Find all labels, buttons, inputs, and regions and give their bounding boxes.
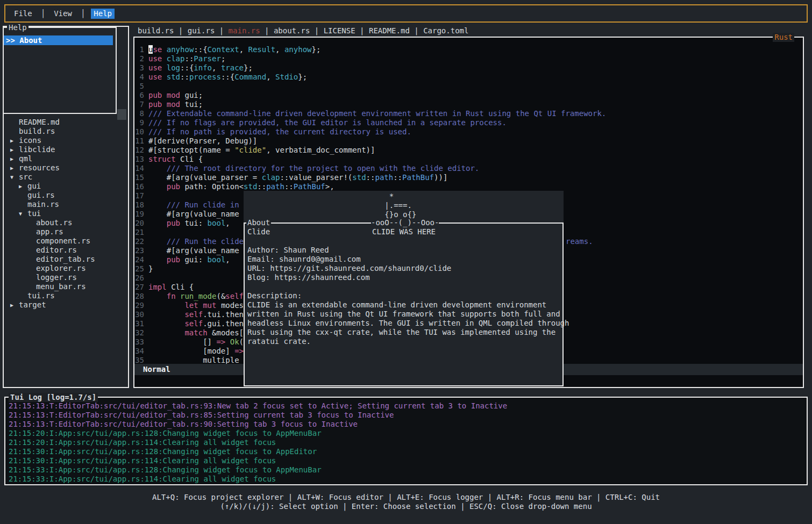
tab-readme-md[interactable]: README.md [369,26,410,35]
code-line-9[interactable]: 9/// If no flags are provided, the GUI e… [135,118,803,127]
tree-item-qml[interactable]: ▶qml [4,154,128,163]
code-line-15[interactable]: 15 #[arg(value_parser = clap::value_pars… [135,173,803,182]
code-token: #[arg(value_parser = [148,173,262,182]
code-text: /// If no path is provided, the current … [148,127,411,137]
tree-item-icons[interactable]: ▶icons [4,136,128,145]
tree-item-about-rs[interactable]: about.rs [4,218,128,227]
code-token [225,338,230,346]
code-line-11[interactable]: 11#[derive(Parser, Debug)] [135,137,803,146]
tab-cargo-toml[interactable]: Cargo.toml [423,26,468,35]
tree-item-target[interactable]: ▶target [4,300,128,310]
tree-item-gui[interactable]: ▶gui [4,182,128,191]
tab-license[interactable]: LICENSE [324,26,355,35]
tree-item-label: libclide [19,145,55,154]
tree-indent [27,282,36,291]
code-line-14[interactable]: 14 /// The root directory for the projec… [135,164,803,173]
tree-item-gui-rs[interactable]: gui.rs [4,191,128,200]
tree-item-resources[interactable]: ▶resources [4,163,128,173]
tree-item-explorer-rs[interactable]: explorer.rs [4,264,128,273]
folder-collapsed-icon[interactable]: ▶ [10,154,19,163]
folder-collapsed-icon[interactable]: ▶ [10,136,19,145]
tab-main-rs[interactable]: main.rs [229,26,260,35]
code-token: #[arg(value_name = [148,210,248,218]
code-line-6[interactable]: 6pub mod gui; [135,91,803,100]
code-token: [mode] [148,347,234,355]
code-token: clap [167,54,185,63]
folder-collapsed-icon[interactable]: ▶ [10,300,19,310]
tree-item-app-rs[interactable]: app.rs [4,227,128,236]
tab-gui-rs[interactable]: gui.rs [188,26,215,35]
menu-item-view[interactable]: View [51,9,75,19]
code-token: Cli { [176,155,203,163]
folder-expanded-icon[interactable]: ▼ [10,173,19,182]
menu-item-about[interactable]: >> About [4,35,113,45]
code-text: #[arg(value_parser = clap::value_parser!… [148,173,447,182]
tab-separator: | [355,26,369,35]
tree-item-editor-rs[interactable]: editor.rs [4,246,128,255]
code-text: use log::{info, trace}; [148,63,253,73]
folder-collapsed-icon[interactable]: ▶ [10,163,19,173]
tree-indent [10,118,19,127]
about-ascii-art: * |.===. {}o o{} [371,192,416,219]
code-token: .tui.then( [203,310,248,319]
code-line-10[interactable]: 10/// If no path is provided, the curren… [135,127,803,137]
code-line-1[interactable]: 1use anyhow::{Context, Result, anyhow}; [135,45,803,54]
code-token: bool [208,255,226,264]
tree-item-component-rs[interactable]: component.rs [4,236,128,246]
code-line-7[interactable]: 7pub mod tui; [135,100,803,109]
line-number: 8 [135,109,144,118]
explorer-scrollbar-thumb[interactable] [117,109,126,120]
menu-separator: │ [81,9,85,18]
code-token: pub [167,219,180,227]
code-text: fn run_mode(&self) [148,292,248,301]
code-token: mut [203,301,216,310]
tree-item-main-rs[interactable]: main.rs [4,200,128,209]
code-line-13[interactable]: 13struct Cli { [135,155,803,164]
code-token: /// Extendable command-line driven devel… [148,109,606,118]
code-line-tail: reams. [566,237,593,246]
code-token: info [194,63,212,72]
menu-bar: File│View│Help [4,4,808,23]
tree-item-build-rs[interactable]: build.rs [4,127,128,136]
code-line-3[interactable]: 3use log::{info, trace}; [135,63,803,73]
tab-build-rs[interactable]: build.rs [138,26,174,35]
menu-item-file[interactable]: File [11,9,35,19]
tree-indent [27,246,36,255]
tree-item-libclide[interactable]: ▶libclide [4,145,128,154]
folder-expanded-icon[interactable]: ▼ [19,209,27,218]
tab-about-rs[interactable]: about.rs [274,26,310,35]
code-text: struct Cli { [148,155,203,164]
code-token: trace [221,63,244,72]
code-line-12[interactable]: 12#[structopt(name = "clide", verbatim_d… [135,146,803,155]
code-token: Result [248,45,275,54]
menu-item-help[interactable]: Help [91,9,115,19]
tree-item-logger-rs[interactable]: logger.rs [4,273,128,282]
tree-item-tui-rs[interactable]: tui.rs [4,291,128,300]
code-token: }; [298,73,307,81]
line-number: 20 [135,219,144,228]
code-line-2[interactable]: 2use clap::Parser; [135,54,803,63]
tree-item-readme-md[interactable]: README.md [4,118,128,127]
folder-collapsed-icon[interactable]: ▶ [10,145,19,154]
tree-item-src[interactable]: ▼src [4,173,128,182]
code-line-16[interactable]: 16 pub path: Option<std::path::PathBuf>, [135,182,803,191]
tree-item-label: tui [27,209,41,218]
code-text: #[derive(Parser, Debug)] [148,137,257,146]
tree-item-editor_tab-rs[interactable]: editor_tab.rs [4,255,128,264]
code-line-4[interactable]: 4use std::process::{Command, Stdio}; [135,73,803,82]
about-description-label: Description: [247,291,302,300]
code-token: /// The root directory for the project t… [148,164,479,173]
folder-collapsed-icon[interactable]: ▶ [19,182,27,191]
code-line-5[interactable]: 5 [135,82,803,91]
code-line-8[interactable]: 8/// Extendable command-line driven deve… [135,109,803,118]
tree-item-menu_bar-rs[interactable]: menu_bar.rs [4,282,128,291]
tree-indent [19,291,27,300]
code-text: impl Cli { [148,283,194,292]
line-number: 15 [135,173,144,182]
code-token [148,328,184,337]
tree-item-label: build.rs [19,127,55,136]
code-token: pub [148,100,162,109]
line-number: 10 [135,127,144,137]
tree-item-tui[interactable]: ▼tui [4,209,128,218]
code-token: ::{ [180,63,194,72]
